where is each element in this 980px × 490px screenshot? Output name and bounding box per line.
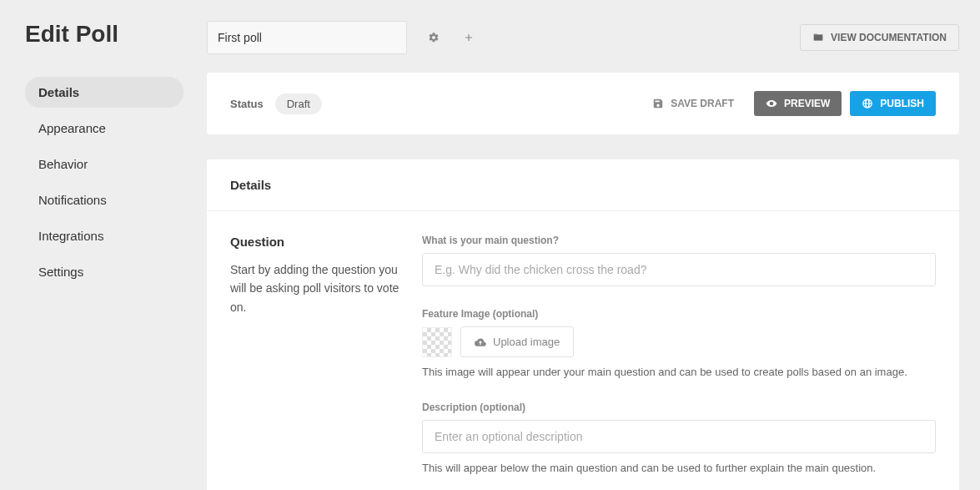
description-input[interactable] (422, 420, 936, 453)
status-card: Status Draft SAVE DRAFT PREVIEW PUBLISH (207, 73, 959, 134)
description-label: Description (optional) (422, 402, 936, 413)
feature-image-hint: This image will appear under your main q… (422, 366, 936, 378)
upload-image-button[interactable]: Upload image (460, 326, 574, 357)
globe-icon (862, 98, 873, 109)
question-fields: What is your main question? Feature Imag… (422, 235, 936, 474)
preview-label: PREVIEW (784, 98, 830, 109)
document-icon (812, 32, 824, 43)
plus-icon[interactable] (460, 29, 477, 46)
cloud-upload-icon (475, 336, 486, 348)
upload-image-label: Upload image (493, 336, 560, 348)
view-documentation-label: VIEW DOCUMENTATION (831, 32, 947, 43)
nav-list: Details Appearance Behavior Notification… (25, 77, 207, 287)
save-icon (652, 98, 664, 109)
status-label: Status (230, 98, 264, 110)
sidebar-item-appearance[interactable]: Appearance (25, 113, 183, 144)
main-question-label: What is your main question? (422, 235, 936, 246)
view-documentation-button[interactable]: VIEW DOCUMENTATION (800, 24, 959, 51)
details-card: Details Question Start by adding the que… (207, 159, 959, 490)
main-question-input[interactable] (422, 253, 936, 286)
sidebar-item-settings[interactable]: Settings (25, 256, 183, 287)
sidebar-item-notifications[interactable]: Notifications (25, 184, 183, 215)
save-draft-label: SAVE DRAFT (671, 98, 734, 109)
sidebar-item-integrations[interactable]: Integrations (25, 220, 183, 251)
main-content: VIEW DOCUMENTATION Status Draft SAVE DRA… (207, 0, 980, 490)
publish-label: PUBLISH (880, 98, 924, 109)
image-thumbnail-placeholder (422, 327, 452, 357)
description-hint: This will appear below the main question… (422, 462, 936, 474)
eye-icon (766, 98, 777, 109)
poll-name-input[interactable] (207, 21, 407, 54)
status-badge: Draft (275, 93, 322, 114)
sidebar: Edit Poll Details Appearance Behavior No… (0, 0, 207, 490)
question-title: Question (230, 235, 405, 249)
save-draft-button[interactable]: SAVE DRAFT (641, 91, 746, 116)
details-header: Details (207, 159, 959, 211)
gear-icon[interactable] (425, 29, 442, 46)
publish-button[interactable]: PUBLISH (850, 91, 936, 116)
preview-button[interactable]: PREVIEW (754, 91, 842, 116)
question-intro: Question Start by adding the question yo… (230, 235, 405, 474)
topbar: VIEW DOCUMENTATION (207, 21, 959, 54)
question-desc: Start by adding the question you will be… (230, 260, 405, 316)
page-title: Edit Poll (25, 21, 207, 48)
feature-image-label: Feature Image (optional) (422, 308, 936, 320)
sidebar-item-details[interactable]: Details (25, 77, 183, 108)
sidebar-item-behavior[interactable]: Behavior (25, 149, 183, 179)
